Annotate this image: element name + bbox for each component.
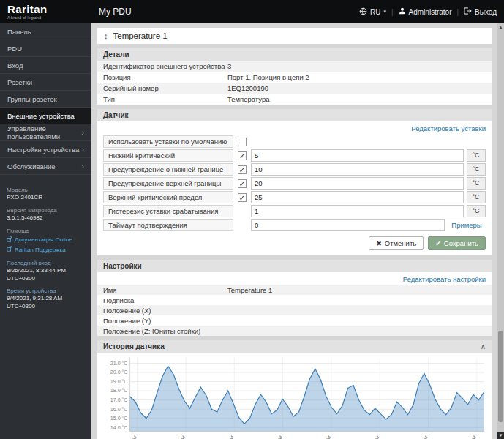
sidebar-item[interactable]: Внешние устройства [0,108,91,124]
sidebar-item[interactable]: Управление пользователями› [0,124,91,141]
field-label: Гистерезис уставки срабатывания [103,205,233,217]
svg-text:18.0 °C: 18.0 °C [110,389,128,394]
row-label: Позиция [97,73,227,81]
scroll-down-icon[interactable]: ▼ [497,432,504,439]
row-label: Положение (X) [97,307,227,315]
page-title-bar: ↕ Temperature 1 [97,28,492,44]
globe-icon [359,7,367,17]
unit-label: °C [467,205,486,217]
table-row: Идентификатор внешнего устройства3 [97,61,492,72]
details-section: Детали Идентификатор внешнего устройства… [97,48,492,105]
threshold-input[interactable] [251,205,464,217]
scrollbar-thumb[interactable] [498,331,503,422]
language-menu[interactable]: RU ▾ [359,7,386,17]
threshold-checkbox[interactable]: ✓ [238,179,247,188]
row-value: 3 [227,62,492,70]
field-label: Таймаут подтверждения [103,219,233,231]
cancel-label: Отменить [385,239,416,247]
threshold-input[interactable] [251,191,464,203]
history-header: История датчика ∧ [97,340,492,353]
save-button[interactable]: ✔ Сохранить [428,236,486,250]
threshold-checkbox[interactable] [238,138,247,146]
svg-text::27 AM: :27 AM [123,435,138,439]
logout-icon [464,7,472,16]
sidebar-item[interactable]: Настройки устройства› [0,141,91,158]
raritan-logo: Raritan A brand of legrand [0,4,91,20]
svg-text::57 AM: :57 AM [268,435,284,439]
unit-label: °C [467,191,486,203]
sidebar-item[interactable]: Панель [0,23,91,40]
firmware-label: Версия микрокода [7,207,85,214]
user-menu[interactable]: Administrator [399,7,452,16]
caret-down-icon: ▾ [383,9,386,15]
sidebar-item[interactable]: Группы розеток [0,91,91,108]
edit-thresholds-row: Редактировать уставки [97,121,492,134]
threshold-input[interactable] [251,163,464,176]
svg-text:16.0 °C: 16.0 °C [110,407,128,412]
sidebar-info: Модель PXO-2401CR Версия микрокода 3.6.1… [0,175,91,310]
unit-label: °C [467,177,486,190]
row-value: Порт 1, Позиция в цепи 2 [227,73,492,81]
threshold-row: Использовать уставки по умолчанию [103,135,486,148]
threshold-row: Нижний критический✓°C [103,149,486,162]
row-label: Положение (Z: Юниты стойки) [97,327,227,335]
svg-text::17 AM: :17 AM [365,435,380,439]
sidebar-item-label: Обслуживание [7,162,56,170]
sidebar: ПанельPDUВходРозеткиГруппы розетокВнешни… [0,23,91,439]
separator: | [456,8,459,16]
threshold-row: Верхний критический предел✓°C [103,191,486,203]
cancel-button[interactable]: ✖ Отменить [369,236,424,250]
logout-button[interactable]: Выход [464,7,497,16]
sidebar-item[interactable]: PDU [0,40,91,57]
top-bar: Raritan A brand of legrand My PDU RU ▾ |… [0,0,504,23]
threshold-row: Предупреждение о нижней границе✓°C [103,163,486,176]
threshold-input[interactable] [251,149,464,162]
svg-text::37 AM: :37 AM [171,435,187,439]
external-link-icon [7,236,12,244]
last-login-label: Последний вход [7,260,85,267]
main-content: ↕ Temperature 1 Детали Идентификатор вне… [91,23,497,439]
edit-settings-link[interactable]: Редактировать настройки [403,275,486,283]
field-label: Нижний критический [103,149,233,162]
scroll-up-icon[interactable]: ▲ [497,23,504,31]
settings-header: Настройки [97,260,492,272]
sensor-sort-icon[interactable]: ↕ [104,31,108,40]
svg-text:17.0 °C: 17.0 °C [110,397,128,402]
table-row: ТипТемпература [97,94,492,105]
sidebar-item-label: PDU [7,45,22,53]
svg-text:19.0 °C: 19.0 °C [110,379,128,384]
threshold-checkbox[interactable]: ✓ [238,151,247,160]
sensor-title: Датчик [103,111,129,119]
firmware-value: 3.6.1.5-46982 [7,214,85,222]
threshold-checkbox[interactable]: ✓ [238,165,247,174]
sidebar-item[interactable]: Розетки [0,74,91,91]
svg-text:14.0 °C: 14.0 °C [110,425,128,430]
table-row: ПозицияПорт 1, Позиция в цепи 2 [97,72,492,83]
thresholds-form: Использовать уставки по умолчаниюНижний … [97,135,492,231]
svg-text::07 AM: :07 AM [317,435,332,439]
threshold-row: Таймаут подтвержденияПримеры [103,219,486,231]
row-value: 1EQ1200190 [227,84,492,92]
table-row: Положение (Y) [97,315,492,326]
sensor-history-chart: 21.0 °C20.0 °C19.0 °C18.0 °C17.0 °C16.0 … [97,353,492,439]
checkbox-slot: ✓ [236,165,248,174]
svg-text:20.0 °C: 20.0 °C [110,369,128,375]
online-docs-link[interactable]: Документация Online [7,236,85,244]
sidebar-item[interactable]: Обслуживание› [0,158,91,175]
vertical-scrollbar[interactable]: ▲ ▼ [497,23,504,439]
device-time-value: 9/4/2021, 9:31:28 AM UTC+0300 [7,295,85,310]
collapse-icon[interactable]: ∧ [481,342,486,350]
field-label: Предупреждение о нижней границе [103,163,233,176]
support-link[interactable]: Raritan Поддержка [7,246,85,254]
threshold-checkbox[interactable]: ✓ [238,193,247,202]
threshold-input[interactable] [251,219,445,231]
row-value: Температура [227,95,492,103]
edit-thresholds-link[interactable]: Редактировать уставки [411,124,486,132]
table-row: Положение (Z: Юниты стойки) [97,326,492,336]
examples-link[interactable]: Примеры [448,221,486,229]
row-label: Имя [97,286,227,294]
sidebar-item[interactable]: Вход [0,57,91,74]
settings-table: ИмяTemperature 1ПодпискаПоложение (X)Пол… [97,285,492,336]
threshold-input[interactable] [251,177,464,190]
details-table: Идентификатор внешнего устройства3Позици… [97,61,492,105]
